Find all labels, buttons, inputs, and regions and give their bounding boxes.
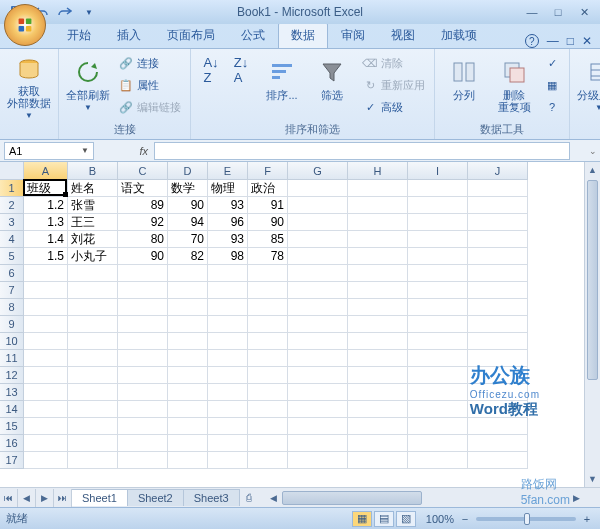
cell[interactable] xyxy=(288,401,348,418)
cell[interactable] xyxy=(288,299,348,316)
properties-button[interactable]: 📋属性 xyxy=(115,75,184,95)
cell[interactable]: 90 xyxy=(168,197,208,214)
column-header[interactable]: G xyxy=(288,162,348,180)
cell[interactable]: 80 xyxy=(118,231,168,248)
cell[interactable] xyxy=(348,248,408,265)
cell[interactable] xyxy=(24,452,68,469)
text-to-columns-button[interactable]: 分列 xyxy=(441,53,487,119)
cell[interactable] xyxy=(348,282,408,299)
cell[interactable] xyxy=(468,265,528,282)
cell[interactable] xyxy=(168,282,208,299)
cell[interactable] xyxy=(68,418,118,435)
cell[interactable] xyxy=(208,435,248,452)
cell[interactable] xyxy=(408,333,468,350)
get-external-data-button[interactable]: 获取 外部数据 ▼ xyxy=(6,53,52,119)
cell[interactable] xyxy=(208,265,248,282)
cell[interactable] xyxy=(468,418,528,435)
cell[interactable] xyxy=(118,282,168,299)
clear-filter-button[interactable]: ⌫清除 xyxy=(359,53,428,73)
cell[interactable]: 王三 xyxy=(68,214,118,231)
column-header[interactable]: B xyxy=(68,162,118,180)
cell[interactable] xyxy=(68,350,118,367)
cell[interactable] xyxy=(288,282,348,299)
cell[interactable] xyxy=(288,333,348,350)
cell[interactable] xyxy=(468,248,528,265)
cell[interactable]: 90 xyxy=(118,248,168,265)
zoom-knob[interactable] xyxy=(524,513,530,525)
cell[interactable] xyxy=(288,452,348,469)
cell[interactable] xyxy=(468,197,528,214)
cell[interactable] xyxy=(408,180,468,197)
cell[interactable] xyxy=(208,282,248,299)
cell[interactable] xyxy=(24,265,68,282)
horizontal-scrollbar[interactable]: ◀ ▶ xyxy=(266,490,584,506)
cell[interactable] xyxy=(68,401,118,418)
row-header[interactable]: 5 xyxy=(0,248,24,265)
refresh-all-button[interactable]: 全部刷新 ▼ xyxy=(65,53,111,119)
cell[interactable]: 姓名 xyxy=(68,180,118,197)
scroll-down-icon[interactable]: ▼ xyxy=(585,471,600,487)
cell[interactable] xyxy=(248,333,288,350)
cell[interactable] xyxy=(168,367,208,384)
expand-formula-icon[interactable]: ⌄ xyxy=(586,146,600,156)
cell[interactable] xyxy=(408,248,468,265)
reapply-button[interactable]: ↻重新应用 xyxy=(359,75,428,95)
row-header[interactable]: 3 xyxy=(0,214,24,231)
cell[interactable] xyxy=(348,367,408,384)
cell[interactable] xyxy=(348,384,408,401)
cell[interactable]: 小丸子 xyxy=(68,248,118,265)
cell[interactable] xyxy=(408,452,468,469)
cell[interactable] xyxy=(468,316,528,333)
cell[interactable] xyxy=(208,299,248,316)
cell[interactable] xyxy=(408,197,468,214)
cell[interactable]: 班级 xyxy=(24,180,68,197)
cell[interactable] xyxy=(408,316,468,333)
cell[interactable] xyxy=(348,316,408,333)
cell[interactable] xyxy=(468,350,528,367)
cell[interactable] xyxy=(468,299,528,316)
cell[interactable] xyxy=(288,214,348,231)
filter-button[interactable]: 筛选 xyxy=(309,53,355,119)
cell[interactable] xyxy=(68,333,118,350)
cell[interactable] xyxy=(208,333,248,350)
cell[interactable]: 物理 xyxy=(208,180,248,197)
column-header[interactable]: F xyxy=(248,162,288,180)
cell[interactable] xyxy=(408,401,468,418)
row-header[interactable]: 16 xyxy=(0,435,24,452)
ribbon-tab-7[interactable]: 加载项 xyxy=(428,22,490,48)
cell[interactable]: 91 xyxy=(248,197,288,214)
cell[interactable] xyxy=(24,350,68,367)
cell[interactable] xyxy=(24,333,68,350)
connections-button[interactable]: 🔗连接 xyxy=(115,53,184,73)
cell[interactable]: 数学 xyxy=(168,180,208,197)
cell[interactable] xyxy=(24,418,68,435)
cell[interactable] xyxy=(248,350,288,367)
zoom-level[interactable]: 100% xyxy=(426,513,454,525)
tab-nav-next[interactable]: ▶ xyxy=(36,489,54,507)
new-sheet-button[interactable]: ⎙ xyxy=(240,490,258,505)
cell[interactable] xyxy=(118,333,168,350)
cell[interactable] xyxy=(468,401,528,418)
close-button[interactable]: ✕ xyxy=(572,4,596,20)
cell[interactable] xyxy=(468,231,528,248)
cell[interactable] xyxy=(248,418,288,435)
ribbon-tab-4[interactable]: 数据 xyxy=(278,22,328,48)
cell[interactable] xyxy=(248,401,288,418)
row-header[interactable]: 9 xyxy=(0,316,24,333)
cell[interactable] xyxy=(168,316,208,333)
sheet-tab[interactable]: Sheet3 xyxy=(184,489,240,506)
cell[interactable] xyxy=(468,367,528,384)
cell[interactable] xyxy=(68,435,118,452)
ribbon-tab-3[interactable]: 公式 xyxy=(228,22,278,48)
cell[interactable] xyxy=(468,452,528,469)
cell[interactable] xyxy=(24,435,68,452)
cell[interactable]: 语文 xyxy=(118,180,168,197)
cell[interactable] xyxy=(288,231,348,248)
cell[interactable] xyxy=(118,418,168,435)
row-header[interactable]: 7 xyxy=(0,282,24,299)
doc-restore-button[interactable]: □ xyxy=(567,34,574,48)
cell[interactable] xyxy=(348,418,408,435)
column-header[interactable]: E xyxy=(208,162,248,180)
data-validation-button[interactable]: ✓ xyxy=(541,53,563,73)
scroll-thumb[interactable] xyxy=(587,180,598,380)
